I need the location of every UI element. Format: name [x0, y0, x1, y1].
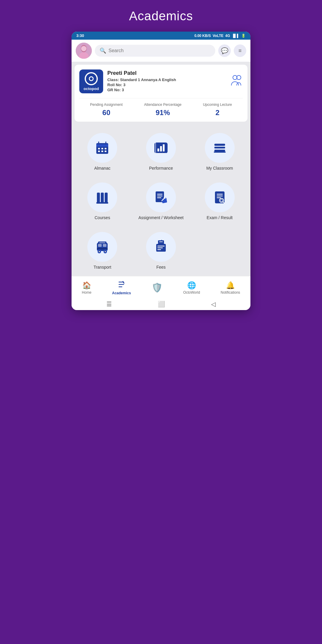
stat-value-lecture: 2 — [203, 109, 232, 117]
assignment-worksheet-label: Assignment / Worksheet — [138, 215, 183, 220]
nav-home[interactable]: 🏠 Home — [79, 280, 95, 296]
menu-item-transport[interactable]: Transport — [75, 227, 130, 273]
stat-attendance: Attendance Percentage 91% — [144, 103, 181, 117]
search-bar[interactable]: 🔍 — [95, 45, 215, 57]
logo-circle-inner — [89, 76, 94, 81]
status-time: 3:30 — [76, 33, 84, 38]
network-type: 4G — [225, 34, 230, 38]
profile-name: Preeti Patel — [107, 70, 227, 76]
battery-indicator: 🔋 — [241, 34, 246, 38]
almanac-icon-circle — [87, 133, 117, 163]
logo-text: octopod — [83, 86, 99, 91]
svg-rect-19 — [163, 144, 165, 151]
nav-octoworld-label: OctoWorld — [183, 290, 200, 295]
transport-label: Transport — [94, 265, 111, 270]
svg-rect-35 — [217, 196, 223, 196]
menu-item-my-classroom[interactable]: My Classroom — [192, 128, 247, 174]
menu-item-performance[interactable]: Performance — [133, 128, 189, 174]
svg-point-3 — [81, 46, 86, 51]
nav-academics[interactable]: Academics — [109, 279, 134, 296]
svg-rect-55 — [157, 249, 161, 250]
phone-frame: 3:30 0.00 KB/S VoLTE 4G ▐▌▌ 🔋 🔍 💬 ≡ — [72, 32, 250, 310]
stat-pending-assignment: Pending Assignment 60 — [90, 103, 123, 117]
profile-roll: Roll No: 3 — [107, 83, 227, 87]
top-bar: 🔍 💬 ≡ — [72, 40, 250, 62]
nav-home-label: Home — [82, 290, 92, 295]
menu-nav-dot[interactable]: ☰ — [106, 301, 112, 308]
svg-rect-27 — [96, 202, 108, 204]
home-nav-dot[interactable]: ⬜ — [158, 301, 165, 308]
signal-bars: ▐▌▌ — [232, 34, 239, 38]
profile-class: Class: Standard 1 Annanya A English — [107, 78, 227, 82]
bottom-nav: 🏠 Home Academics 🛡️ 🌐 OctoWorld 🔔 Notifi… — [72, 276, 250, 298]
profile-top: octopod Preeti Patel Class: Standard 1 A… — [79, 69, 243, 93]
page-title: Academics — [129, 9, 193, 23]
almanac-label: Almanac — [94, 166, 110, 171]
svg-rect-14 — [101, 151, 103, 152]
svg-rect-17 — [157, 148, 159, 151]
stat-label-lecture: Upcoming Lecture — [203, 103, 232, 107]
svg-rect-25 — [101, 193, 104, 203]
nav-center-button[interactable]: 🛡️ — [148, 281, 165, 295]
octopod-logo: octopod — [79, 69, 103, 93]
nav-octoworld[interactable]: 🌐 OctoWorld — [180, 280, 203, 296]
svg-rect-29 — [157, 194, 162, 195]
academics-icon — [117, 281, 125, 290]
menu-item-almanac[interactable]: Almanac — [75, 128, 130, 174]
my-classroom-label: My Classroom — [206, 166, 233, 171]
chat-button[interactable]: 💬 — [218, 44, 231, 57]
family-icon[interactable] — [231, 75, 243, 88]
svg-point-4 — [233, 75, 237, 80]
svg-point-47 — [99, 251, 100, 252]
courses-label: Courses — [95, 215, 110, 220]
my-classroom-icon — [212, 140, 227, 156]
profile-gr: GR No: 3 — [107, 88, 227, 92]
menu-item-exam-result[interactable]: Exam / Result — [192, 177, 247, 224]
my-classroom-icon-circle — [205, 133, 235, 163]
notifications-icon: 🔔 — [226, 281, 235, 290]
nav-notifications[interactable]: 🔔 Notifications — [218, 280, 243, 296]
svg-rect-53 — [157, 246, 165, 247]
svg-rect-23 — [214, 151, 226, 153]
courses-icon-circle — [87, 182, 117, 212]
system-nav-bar: ☰ ⬜ ◁ — [72, 298, 250, 310]
svg-rect-26 — [105, 193, 108, 203]
svg-rect-36 — [217, 197, 221, 198]
menu-item-fees[interactable]: Fees — [133, 227, 189, 273]
svg-rect-18 — [160, 146, 162, 151]
octoworld-icon: 🌐 — [187, 281, 196, 290]
status-right: 0.00 KB/S VoLTE 4G ▐▌▌ 🔋 — [194, 34, 246, 38]
svg-rect-22 — [214, 144, 225, 146]
svg-rect-57 — [159, 242, 163, 242]
nav-notifications-label: Notifications — [221, 290, 240, 295]
transport-icon — [95, 239, 110, 255]
back-nav-dot[interactable]: ◁ — [211, 301, 216, 308]
menu-item-courses[interactable]: Courses — [75, 177, 130, 224]
stat-label-pending: Pending Assignment — [90, 103, 123, 107]
svg-rect-41 — [98, 244, 102, 247]
user-avatar[interactable] — [76, 43, 92, 59]
nav-academics-label: Academics — [112, 291, 131, 295]
svg-rect-13 — [98, 151, 100, 152]
stat-upcoming-lecture: Upcoming Lecture 2 — [203, 103, 232, 117]
stat-value-attendance: 91% — [144, 109, 181, 117]
svg-rect-34 — [217, 194, 223, 195]
svg-rect-42 — [103, 244, 106, 247]
fees-icon-circle — [146, 232, 176, 262]
svg-rect-54 — [157, 247, 163, 248]
transport-icon-circle — [87, 232, 117, 262]
assignment-worksheet-icon-circle — [146, 182, 176, 212]
exam-result-icon — [212, 190, 227, 205]
volte-indicator: VoLTE — [213, 34, 223, 38]
menu-grid: Almanac Performance — [75, 128, 247, 273]
menu-button[interactable]: ≡ — [234, 44, 246, 57]
svg-rect-7 — [96, 144, 108, 147]
profile-card: octopod Preeti Patel Class: Standard 1 A… — [75, 65, 247, 122]
search-input[interactable] — [109, 48, 210, 53]
menu-item-assignment-worksheet[interactable]: Assignment / Worksheet — [133, 177, 189, 224]
speed-indicator: 0.00 KB/S — [194, 34, 211, 38]
stat-value-pending: 60 — [90, 109, 123, 117]
search-icon: 🔍 — [100, 47, 106, 54]
exam-result-label: Exam / Result — [207, 215, 233, 220]
exam-result-icon-circle — [205, 182, 235, 212]
